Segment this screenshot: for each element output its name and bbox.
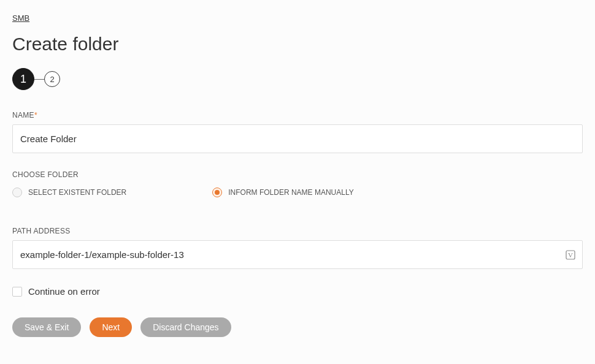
radio-row: SELECT EXISTENT FOLDER INFORM FOLDER NAM… [12,188,583,197]
choose-folder-label: CHOOSE FOLDER [12,170,583,179]
choose-folder-group: CHOOSE FOLDER SELECT EXISTENT FOLDER INF… [12,170,583,197]
button-row: Save & Exit Next Discard Changes [12,317,583,337]
radio-circle-unselected [12,188,22,197]
svg-text:V: V [568,251,573,259]
step-2[interactable]: 2 [44,71,60,87]
continue-on-error-label: Continue on error [28,286,100,297]
next-button[interactable]: Next [90,317,132,337]
radio-circle-selected [212,188,222,197]
radio-inform-manually[interactable]: INFORM FOLDER NAME MANUALLY [212,188,353,197]
save-exit-button[interactable]: Save & Exit [12,317,81,337]
page-title: Create folder [12,34,583,55]
variable-icon[interactable]: V [566,250,575,260]
radio-dot [215,190,220,195]
discard-button[interactable]: Discard Changes [140,317,231,337]
continue-on-error-row[interactable]: Continue on error [12,286,583,297]
name-label: NAME* [12,111,583,119]
radio-label-select-existent: SELECT EXISTENT FOLDER [28,188,126,197]
radio-select-existent[interactable]: SELECT EXISTENT FOLDER [12,188,126,197]
name-input[interactable] [12,124,583,153]
path-address-group: PATH ADDRESS V [12,227,583,269]
path-address-input[interactable] [12,240,583,269]
name-label-text: NAME [12,111,34,119]
continue-on-error-checkbox[interactable] [12,287,22,297]
breadcrumb-link[interactable]: SMB [12,13,29,23]
step-1[interactable]: 1 [12,68,34,90]
path-input-wrapper: V [12,240,583,269]
step-connector [34,79,44,80]
stepper: 1 2 [12,68,583,90]
name-field-group: NAME* [12,111,583,153]
required-star: * [34,111,37,119]
radio-label-inform-manually: INFORM FOLDER NAME MANUALLY [228,188,353,197]
path-address-label: PATH ADDRESS [12,227,583,235]
